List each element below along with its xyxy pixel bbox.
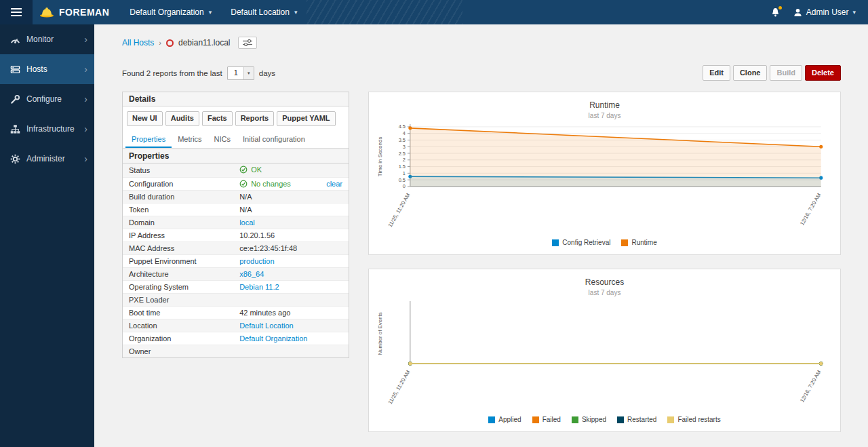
location-selector-label: Default Location (231, 7, 290, 17)
charts-column: Runtime last 7 days 00.511.522.533.544.5… (368, 92, 841, 432)
status-text: No changes (251, 180, 291, 188)
property-label: Boot time (123, 306, 233, 319)
property-link[interactable]: x86_64 (239, 270, 264, 278)
ui-switcher-button[interactable] (238, 37, 257, 49)
sidebar-item-hosts[interactable]: Hosts › (0, 54, 94, 84)
legend-item[interactable]: Applied (488, 416, 521, 423)
location-selector[interactable]: Default Location ▾ (221, 0, 307, 24)
os-icon (166, 39, 174, 47)
resources-chart: 11/25, 11:20 AM12/16, 7:20 AMNumber of E… (372, 299, 837, 414)
puppet-yaml-button[interactable]: Puppet YAML (277, 111, 335, 125)
host-actions: Edit Clone Build Delete (703, 65, 841, 81)
legend-swatch (532, 416, 539, 423)
days-select[interactable]: 1 ▾ (227, 66, 254, 80)
sidebar-item-infrastructure[interactable]: Infrastructure › (0, 114, 94, 144)
svg-text:1.5: 1.5 (399, 164, 406, 170)
details-buttons: New UI Audits Facts Reports Puppet YAML (123, 106, 349, 130)
status-ok-value: OK (239, 166, 262, 174)
property-value-cell: N/A (233, 203, 349, 216)
property-value-cell (233, 293, 349, 306)
hardhat-icon (39, 7, 54, 18)
menu-toggle-button[interactable] (0, 0, 33, 24)
check-circle-icon (239, 166, 248, 174)
svg-text:3: 3 (403, 144, 406, 150)
property-row: OrganizationDefault Organization (123, 332, 349, 345)
legend-swatch (572, 416, 578, 423)
svg-text:2: 2 (403, 157, 406, 163)
property-row: Domainlocal (123, 216, 349, 229)
sidebar-item-administer[interactable]: Administer › (0, 144, 94, 174)
new-ui-button[interactable]: New UI (127, 111, 163, 125)
tab-initial-configuration[interactable]: Initial configuration (237, 131, 311, 148)
wrench-icon (10, 94, 20, 104)
report-count-text: Found 2 reports from the last (122, 69, 222, 77)
svg-text:2.5: 2.5 (399, 151, 406, 157)
resources-chart-card: Resources last 7 days 11/25, 11:20 AM12/… (368, 269, 841, 432)
legend-item[interactable]: Failed restarts (667, 416, 720, 423)
tab-properties[interactable]: Properties (125, 131, 172, 148)
property-link[interactable]: Debian 11.2 (239, 283, 279, 291)
legend-item[interactable]: Config Retrieval (552, 239, 610, 246)
property-label: Configuration (123, 177, 233, 190)
property-value-cell: N/A (233, 190, 349, 203)
legend-item[interactable]: Failed (532, 416, 561, 423)
property-link[interactable]: production (239, 257, 274, 265)
brand-text: FOREMAN (59, 7, 109, 18)
user-menu[interactable]: Admin User ▾ (788, 0, 868, 24)
svg-text:4.5: 4.5 (399, 124, 406, 130)
sidebar-item-monitor[interactable]: Monitor › (0, 24, 94, 54)
legend-label: Skipped (582, 416, 606, 423)
property-row: IP Address10.20.1.56 (123, 229, 349, 241)
property-link[interactable]: local (239, 218, 255, 227)
breadcrumb-all-hosts-link[interactable]: All Hosts (122, 38, 154, 47)
edit-button[interactable]: Edit (703, 65, 730, 81)
property-link[interactable]: Default Location (239, 322, 294, 330)
facts-button[interactable]: Facts (202, 111, 233, 125)
property-label: Puppet Environment (123, 254, 233, 267)
tab-metrics[interactable]: Metrics (172, 131, 208, 148)
chart-subtitle: last 7 days (372, 112, 837, 119)
main-content: All Hosts › debian11.local Found 2 repor… (94, 24, 868, 432)
topbar-decorative-pattern (307, 0, 462, 24)
property-label: IP Address (123, 229, 233, 241)
delete-button[interactable]: Delete (805, 65, 841, 81)
property-row: MAC Addressce:e1:23:45:1f:48 (123, 241, 349, 254)
chevron-down-icon: ▾ (852, 9, 856, 16)
svg-text:11/25, 11:20 AM: 11/25, 11:20 AM (387, 193, 412, 229)
legend-item[interactable]: Restarted (617, 416, 656, 423)
chevron-down-icon: ▾ (294, 9, 298, 16)
gear-icon (10, 154, 20, 164)
chart-title: Runtime (372, 100, 837, 110)
organization-selector[interactable]: Default Organization ▾ (120, 0, 221, 24)
tachometer-icon (10, 35, 20, 45)
svg-text:4: 4 (403, 131, 406, 137)
reports-button[interactable]: Reports (235, 111, 275, 125)
property-value-cell: 10.20.1.56 (233, 229, 349, 241)
chart-subtitle: last 7 days (372, 289, 837, 296)
tab-nics[interactable]: NICs (208, 131, 237, 148)
legend-item[interactable]: Runtime (621, 239, 656, 246)
chart-title: Resources (372, 277, 837, 287)
svg-text:3.5: 3.5 (399, 137, 406, 143)
property-value: 10.20.1.56 (239, 231, 275, 239)
clone-button[interactable]: Clone (733, 65, 768, 81)
property-value: ce:e1:23:45:1f:48 (239, 244, 297, 252)
property-row: TokenN/A (123, 203, 349, 216)
legend-item[interactable]: Skipped (572, 416, 606, 423)
property-link[interactable]: Default Organization (239, 334, 307, 343)
notifications-button[interactable] (763, 0, 788, 24)
sidebar-item-configure[interactable]: Configure › (0, 84, 94, 114)
property-label: Architecture (123, 267, 233, 280)
property-value-cell: 42 minutes ago (233, 306, 349, 319)
property-row: Operating SystemDebian 11.2 (123, 280, 349, 293)
legend-label: Failed (542, 416, 561, 423)
user-icon (793, 8, 802, 17)
property-row: Owner (123, 345, 349, 357)
property-value-cell: Default Location (233, 319, 349, 332)
audits-button[interactable]: Audits (165, 111, 199, 125)
clear-link[interactable]: clear (326, 180, 342, 188)
property-row: Boot time42 minutes ago (123, 306, 349, 319)
foreman-logo[interactable]: FOREMAN (33, 7, 120, 18)
properties-table: StatusOKConfigurationNo changesclearBuil… (123, 163, 349, 358)
days-select-value: 1 (228, 67, 243, 79)
